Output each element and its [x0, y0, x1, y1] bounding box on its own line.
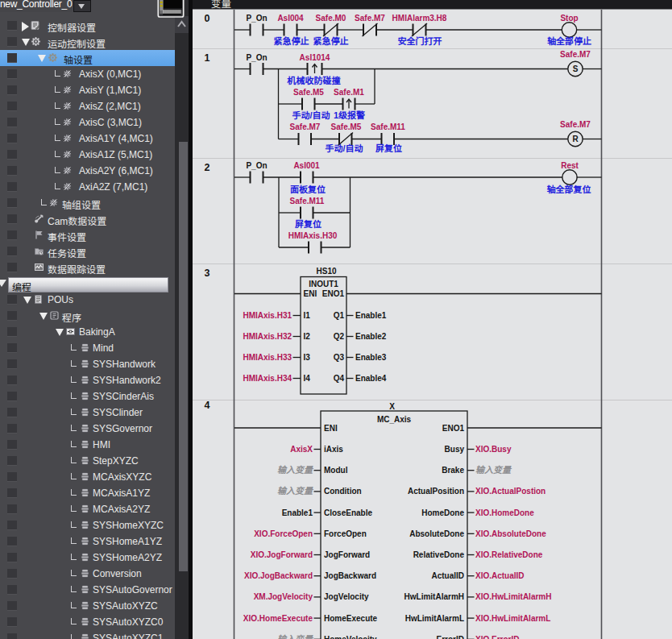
svg-text:AsI004: AsI004 [277, 14, 304, 23]
svg-text:轴全部停止: 轴全部停止 [547, 36, 591, 46]
svg-text:XM.JogVelocity: XM.JogVelocity [254, 592, 313, 601]
svg-text:Safe.M1: Safe.M1 [334, 88, 364, 97]
svg-text:XIO.HomeDone: XIO.HomeDone [475, 508, 534, 517]
svg-text:Enable2: Enable2 [355, 332, 387, 341]
svg-text:输入变量: 输入变量 [277, 486, 314, 496]
svg-text:屏复位: 屏复位 [375, 143, 402, 153]
svg-text:2: 2 [205, 162, 210, 173]
svg-text:XIO.JogForward: XIO.JogForward [251, 550, 313, 559]
svg-text:Safe.M11: Safe.M11 [371, 122, 405, 131]
svg-text:P_On: P_On [246, 161, 267, 170]
svg-text:Safe.M7: Safe.M7 [355, 14, 385, 23]
svg-text:AbsoluteDone: AbsoluteDone [409, 529, 464, 538]
svg-text:RelativeDone: RelativeDone [413, 550, 465, 559]
svg-text:HomeDone: HomeDone [421, 508, 464, 517]
svg-text:4: 4 [205, 400, 210, 411]
svg-text:XIO.JogBackward: XIO.JogBackward [244, 571, 313, 580]
svg-text:AsI001: AsI001 [293, 161, 320, 170]
svg-text:Safe.M7: Safe.M7 [560, 120, 591, 129]
svg-text:面板复位: 面板复位 [290, 185, 326, 194]
svg-text:MC_Axis: MC_Axis [377, 415, 412, 424]
svg-text:XIO.ActualID: XIO.ActualID [475, 571, 525, 580]
svg-text:Safe.M5: Safe.M5 [293, 88, 324, 97]
svg-text:I4: I4 [304, 374, 311, 383]
svg-text:XIO.ActualPostion: XIO.ActualPostion [475, 487, 545, 496]
svg-text:手动/自动: 手动/自动 [325, 143, 363, 153]
svg-text:ENO1: ENO1 [442, 424, 465, 433]
svg-text:ENI: ENI [324, 424, 338, 433]
svg-text:ErrorID: ErrorID [437, 635, 464, 639]
svg-text:XIO.Busy: XIO.Busy [475, 445, 512, 454]
svg-text:HMIAxis.H32: HMIAxis.H32 [243, 332, 292, 341]
svg-text:Busy: Busy [445, 445, 465, 454]
svg-text:AsI1014: AsI1014 [300, 53, 330, 62]
svg-text:紧急停止: 紧急停止 [274, 36, 309, 46]
svg-text:INOUT1: INOUT1 [309, 280, 338, 288]
svg-text:I2: I2 [304, 332, 311, 341]
svg-text:I1: I1 [304, 311, 311, 320]
svg-text:ENI: ENI [304, 289, 317, 298]
svg-text:XIO.RelativeDone: XIO.RelativeDone [475, 550, 543, 559]
svg-text:S: S [573, 64, 579, 73]
svg-text:Condition: Condition [324, 487, 362, 496]
svg-text:紧急停止: 紧急停止 [313, 36, 349, 46]
svg-text:ForceOpen: ForceOpen [324, 529, 367, 538]
svg-text:屏复位: 屏复位 [294, 219, 321, 229]
svg-text:机械收防碰撞: 机械收防碰撞 [287, 76, 341, 85]
svg-text:安全门打开: 安全门打开 [398, 36, 442, 46]
svg-text:Safe.M11: Safe.M11 [290, 197, 325, 205]
svg-text:ActualPosition: ActualPosition [408, 487, 464, 496]
svg-text:Safe.M7: Safe.M7 [290, 122, 321, 131]
svg-text:Safe.M5: Safe.M5 [331, 122, 362, 131]
svg-text:JogVelocity: JogVelocity [324, 592, 369, 601]
svg-text:HomeExecute: HomeExecute [324, 614, 378, 623]
svg-text:HMIAxis.H30: HMIAxis.H30 [288, 231, 338, 240]
svg-text:3: 3 [205, 268, 210, 279]
svg-text:Enable4: Enable4 [355, 374, 387, 383]
svg-text:1级报警: 1级报警 [334, 110, 366, 120]
svg-text:ENO1: ENO1 [322, 289, 345, 298]
svg-text:JogBackward: JogBackward [324, 571, 376, 580]
svg-text:JogForward: JogForward [324, 550, 370, 559]
svg-text:HMIAxis.H33: HMIAxis.H33 [243, 353, 292, 362]
svg-text:CloseEnable: CloseEnable [324, 508, 372, 517]
svg-text:Q4: Q4 [334, 374, 345, 383]
svg-text:轴全部复位: 轴全部复位 [547, 185, 591, 194]
svg-text:Q1: Q1 [334, 311, 345, 320]
svg-text:变量: 变量 [211, 0, 231, 10]
svg-text:HMIAlarm3.H8: HMIAlarm3.H8 [392, 14, 447, 23]
svg-text:Brake: Brake [442, 466, 464, 475]
svg-text:1: 1 [205, 52, 210, 64]
svg-text:Stop: Stop [560, 14, 578, 23]
svg-text:Q3: Q3 [334, 353, 345, 362]
svg-text:输入变量: 输入变量 [277, 634, 314, 639]
svg-text:X: X [389, 402, 395, 411]
svg-text:HMIAxis.H34: HMIAxis.H34 [243, 374, 292, 383]
svg-text:Safe.M7: Safe.M7 [560, 50, 591, 59]
svg-text:XIO.AbsoluteDone: XIO.AbsoluteDone [475, 529, 546, 538]
svg-text:Safe.M0: Safe.M0 [316, 14, 346, 23]
svg-text:P_On: P_On [246, 53, 267, 62]
svg-text:iAxis: iAxis [324, 445, 343, 454]
svg-text:XIO.ForceOpen: XIO.ForceOpen [254, 529, 313, 538]
svg-text:HS10: HS10 [316, 267, 336, 276]
svg-text:Enable1: Enable1 [282, 508, 313, 517]
svg-text:输入变量: 输入变量 [475, 465, 512, 475]
svg-text:HwLimitAlarmL: HwLimitAlarmL [405, 614, 464, 623]
svg-text:Modul: Modul [324, 466, 348, 475]
svg-text:I3: I3 [304, 353, 311, 362]
svg-text:手动/自动: 手动/自动 [292, 110, 330, 120]
svg-text:Enable1: Enable1 [355, 311, 387, 320]
svg-text:XIO.HwLimitAlarmH: XIO.HwLimitAlarmH [475, 592, 551, 601]
svg-text:XIO.HomeExecute: XIO.HomeExecute [243, 614, 313, 623]
svg-text:AxisX: AxisX [290, 445, 313, 454]
svg-text:Rest: Rest [561, 161, 579, 170]
svg-text:0: 0 [205, 13, 210, 24]
svg-text:HMIAxis.H31: HMIAxis.H31 [243, 311, 292, 320]
svg-text:R: R [572, 135, 579, 143]
svg-text:输入变量: 输入变量 [277, 465, 314, 475]
svg-text:HwLimitAlarmH: HwLimitAlarmH [404, 592, 464, 601]
svg-text:XIO.HwLimitAlarmL: XIO.HwLimitAlarmL [475, 614, 550, 623]
svg-text:Enable3: Enable3 [355, 353, 387, 362]
svg-text:P_On: P_On [246, 14, 267, 23]
